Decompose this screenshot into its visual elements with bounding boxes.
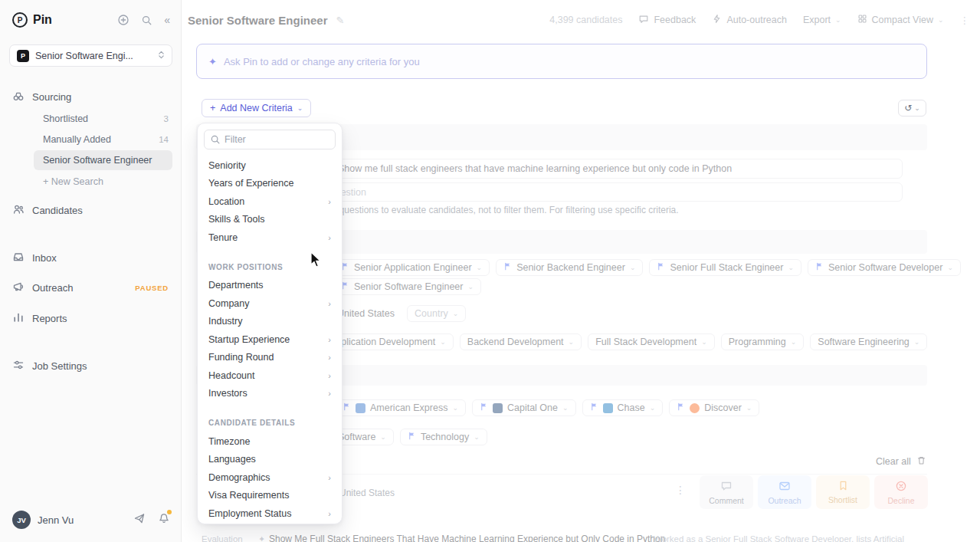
search-icon <box>210 134 221 145</box>
menu-item-label: Headcount <box>208 370 254 381</box>
ask-pin-input[interactable]: ✦ Ask Pin to add or change any criteria … <box>196 44 927 79</box>
sidebar-item-reports[interactable]: Reports <box>12 311 67 326</box>
sidebar-item-job-settings[interactable]: Job Settings <box>12 359 87 373</box>
menu-item-label: Startup Experience <box>208 334 290 345</box>
chevron-right-icon: › <box>328 353 331 362</box>
menu-item-label: Timezone <box>208 436 250 447</box>
avatar[interactable]: JV <box>12 511 31 529</box>
sidebar-item-label: Candidates <box>32 205 83 216</box>
sourcing-icon <box>12 90 25 104</box>
plus-icon: + <box>210 103 215 113</box>
menu-item-company[interactable]: Company› <box>204 294 336 313</box>
menu-item-industry[interactable]: Industry <box>204 313 336 331</box>
menu-item-location[interactable]: Location› <box>204 192 336 211</box>
menu-group-header: CANDIDATE DETAILS <box>208 419 331 427</box>
user-name: Jenn Vu <box>38 514 74 526</box>
paused-badge: PAUSED <box>135 284 169 292</box>
menu-item-label: Departments <box>208 280 264 291</box>
chart-icon <box>12 311 25 326</box>
mouse-cursor <box>310 251 324 268</box>
sidebar-item-new-search[interactable]: + New Search <box>43 176 169 187</box>
notification-dot <box>167 510 172 514</box>
sidebar-item-label: + New Search <box>43 176 103 187</box>
search-icon[interactable] <box>141 15 152 26</box>
ask-pin-placeholder: Ask Pin to add or change any criteria fo… <box>224 56 420 67</box>
menu-item-label: Funding Round <box>208 352 274 363</box>
send-icon[interactable] <box>133 512 146 527</box>
megaphone-icon <box>12 281 25 295</box>
menu-item-tenure[interactable]: Tenure› <box>204 228 336 247</box>
menu-item-years-of-experience[interactable]: Years of Experience <box>204 175 336 193</box>
history-button[interactable]: ↺ ⌄ <box>898 100 926 117</box>
menu-item-funding-round[interactable]: Funding Round› <box>204 349 336 367</box>
count-badge: 14 <box>159 135 169 144</box>
menu-item-label: Industry <box>208 316 242 327</box>
filter-input[interactable] <box>204 130 336 149</box>
chevron-down-icon: ⌄ <box>914 105 920 112</box>
menu-item-visa-requirements[interactable]: Visa Requirements <box>204 487 336 505</box>
project-selector[interactable]: P Senior Software Engi... <box>9 44 172 67</box>
menu-item-label: Investors <box>208 388 247 399</box>
chevron-right-icon: › <box>328 509 331 518</box>
menu-item-seniority[interactable]: Seniority <box>204 156 336 175</box>
menu-item-label: Location <box>208 196 244 207</box>
menu-item-label: Tenure <box>208 232 238 243</box>
pin-logo-icon: P <box>12 12 28 28</box>
menu-item-label: Skills & Tools <box>208 214 264 225</box>
candidates-icon <box>12 203 25 218</box>
sliders-icon <box>12 359 25 373</box>
sidebar-item-label: Inbox <box>32 252 57 264</box>
sidebar-item-manually-added[interactable]: Manually Added 14 <box>43 134 169 145</box>
sidebar-item-label: Outreach <box>32 282 73 294</box>
menu-item-demographics[interactable]: Demographics› <box>204 468 336 487</box>
sidebar-item-candidates[interactable]: Candidates <box>12 203 83 218</box>
sidebar-item-outreach[interactable]: Outreach PAUSED <box>12 281 169 295</box>
menu-item-label: Visa Requirements <box>208 490 289 501</box>
menu-item-employment-status[interactable]: Employment Status› <box>204 504 336 523</box>
sidebar-item-label: Sourcing <box>32 91 71 103</box>
app-window: P Pin « P Senior Software Engi... Sourci… <box>0 0 980 542</box>
collapse-sidebar-icon[interactable]: « <box>164 15 170 25</box>
chevron-down-icon: ⌄ <box>297 105 303 112</box>
chevron-right-icon: › <box>328 299 331 308</box>
sidebar: P Pin « P Senior Software Engi... Sourci… <box>0 0 182 542</box>
menu-item-timezone[interactable]: Timezone <box>204 432 336 451</box>
sidebar-item-inbox[interactable]: Inbox <box>12 251 57 265</box>
chevron-right-icon: › <box>328 335 331 344</box>
add-button[interactable] <box>117 14 129 26</box>
main-area: Senior Software Engineer ✎ 4,399 candida… <box>182 0 980 542</box>
sidebar-item-label: Shortlisted <box>43 113 88 124</box>
chevron-right-icon: › <box>328 473 331 482</box>
menu-item-label: Demographics <box>208 472 270 483</box>
sidebar-item-senior-software-engineer[interactable]: Senior Software Engineer <box>34 150 172 170</box>
inbox-icon <box>12 251 25 265</box>
sidebar-item-label: Senior Software Engineer <box>43 155 152 166</box>
sidebar-item-label: Reports <box>32 313 67 324</box>
chevron-right-icon: › <box>328 371 331 380</box>
sidebar-item-shortlisted[interactable]: Shortlisted 3 <box>43 113 169 124</box>
menu-item-languages[interactable]: Languages <box>204 451 336 469</box>
menu-item-headcount[interactable]: Headcount› <box>204 366 336 385</box>
project-badge: P <box>17 50 29 62</box>
sidebar-item-sourcing[interactable]: Sourcing <box>12 90 71 104</box>
add-new-criteria-button[interactable]: + Add New Criteria ⌄ <box>202 99 311 117</box>
menu-item-departments[interactable]: Departments <box>204 277 336 295</box>
bell-icon[interactable] <box>158 512 170 527</box>
app-name: Pin <box>33 13 52 27</box>
count-badge: 3 <box>164 114 169 123</box>
menu-item-label: Company <box>208 298 250 309</box>
updown-icon <box>158 49 165 63</box>
sidebar-item-label: Manually Added <box>43 134 111 145</box>
menu-item-label: Languages <box>208 454 256 465</box>
menu-item-startup-experience[interactable]: Startup Experience› <box>204 330 336 349</box>
sparkle-icon: ✦ <box>208 56 217 67</box>
menu-item-label: Years of Experience <box>208 178 293 189</box>
chevron-right-icon: › <box>328 197 331 206</box>
menu-item-label: Employment Status <box>208 508 291 519</box>
menu-item-investors[interactable]: Investors› <box>204 385 336 403</box>
add-criteria-menu: Seniority Years of Experience Location› … <box>197 123 343 524</box>
project-selector-label: Senior Software Engi... <box>35 51 152 61</box>
menu-item-skills-tools[interactable]: Skills & Tools <box>204 211 336 229</box>
chevron-right-icon: › <box>328 233 331 242</box>
chevron-right-icon: › <box>328 389 331 398</box>
